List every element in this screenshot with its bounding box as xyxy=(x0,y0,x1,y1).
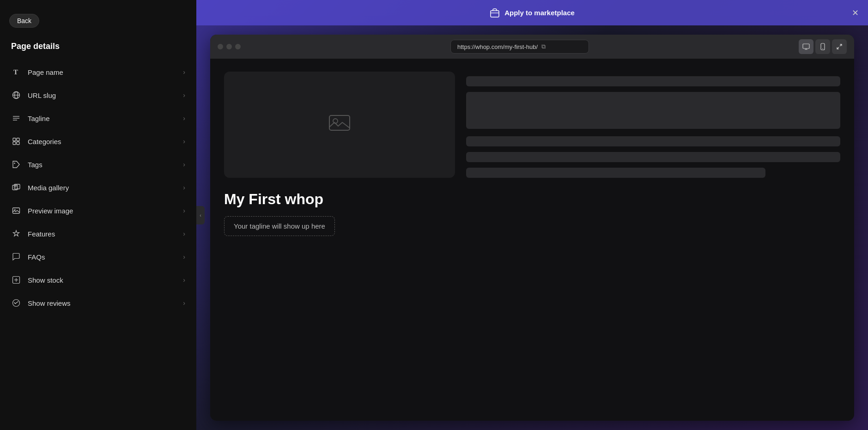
skeleton-bar-2 xyxy=(466,92,840,129)
close-icon: ✕ xyxy=(852,8,859,18)
sidebar-item-label: Show reviews xyxy=(28,299,176,307)
chevron-icon: › xyxy=(183,230,185,237)
sidebar-item-label: URL slug xyxy=(28,91,176,99)
categories-icon xyxy=(11,136,21,146)
features-icon xyxy=(11,229,21,239)
sidebar-item-show-stock[interactable]: Show stock › xyxy=(0,268,196,291)
chevron-icon: › xyxy=(183,68,185,76)
sidebar-item-label: Show stock xyxy=(28,276,176,284)
chevron-icon: › xyxy=(183,253,185,260)
chevron-icon: › xyxy=(183,91,185,99)
chevron-icon: › xyxy=(183,115,185,122)
browser-url: https://whop.com/my-first-hub/ xyxy=(457,43,538,50)
preview-image-icon xyxy=(11,206,21,216)
product-info-section: My First whop Your tagline will show up … xyxy=(224,191,840,236)
media-gallery-icon xyxy=(11,182,21,193)
main-content: Apply to marketplace ✕ https://whop.com/… xyxy=(196,0,868,430)
sidebar-item-page-name[interactable]: T Page name › xyxy=(0,61,196,84)
url-slug-icon xyxy=(11,90,21,100)
show-reviews-icon xyxy=(11,298,21,308)
chevron-icon: › xyxy=(183,207,185,214)
sidebar-item-preview-image[interactable]: Preview image › xyxy=(0,199,196,222)
show-stock-icon xyxy=(11,275,21,285)
browser-dot-green xyxy=(235,44,241,49)
content-row xyxy=(224,72,840,178)
copy-icon[interactable]: ⧉ xyxy=(541,43,546,50)
svg-rect-9 xyxy=(13,142,16,145)
page-details-title: Page details xyxy=(0,37,196,61)
expand-button[interactable] xyxy=(832,39,847,54)
chevron-icon: › xyxy=(183,161,185,168)
sidebar-item-faqs[interactable]: FAQs › xyxy=(0,245,196,268)
svg-point-27 xyxy=(822,48,823,49)
tagline-icon xyxy=(11,113,21,123)
browser-titlebar: https://whop.com/my-first-hub/ ⧉ xyxy=(210,35,854,59)
top-bar: Apply to marketplace ✕ xyxy=(196,0,868,25)
sidebar-item-label: Categories xyxy=(28,138,176,145)
browser-dots xyxy=(218,44,241,49)
sidebar-item-url-slug[interactable]: URL slug › xyxy=(0,84,196,107)
svg-rect-15 xyxy=(13,208,20,213)
skeleton-bar-3 xyxy=(466,136,840,146)
sidebar-item-tags[interactable]: Tags › xyxy=(0,153,196,176)
svg-rect-7 xyxy=(13,138,16,141)
svg-point-11 xyxy=(14,163,15,164)
svg-point-14 xyxy=(15,186,17,188)
back-label: Back xyxy=(17,17,31,24)
close-button[interactable]: ✕ xyxy=(852,8,859,18)
chevron-icon: › xyxy=(183,299,185,307)
sidebar-item-media-gallery[interactable]: Media gallery › xyxy=(0,176,196,199)
sidebar-item-label: FAQs xyxy=(28,253,176,261)
faqs-icon xyxy=(11,252,21,262)
sidebar-item-label: Tagline xyxy=(28,115,176,122)
browser-frame: https://whop.com/my-first-hub/ ⧉ xyxy=(210,35,854,421)
browser-actions xyxy=(799,39,847,54)
mobile-view-button[interactable] xyxy=(815,39,830,54)
tags-icon xyxy=(11,159,21,170)
svg-rect-23 xyxy=(803,44,809,48)
chevron-icon: › xyxy=(183,184,185,191)
tagline-placeholder-box[interactable]: Your tagline will show up here xyxy=(224,216,335,236)
apply-marketplace-button[interactable]: Apply to marketplace xyxy=(490,8,575,18)
browser-content: My First whop Your tagline will show up … xyxy=(210,59,854,421)
sidebar-item-show-reviews[interactable]: Show reviews › xyxy=(0,291,196,315)
sidebar-item-label: Tags xyxy=(28,161,176,169)
product-title: My First whop xyxy=(224,191,840,208)
browser-dot-yellow xyxy=(226,44,232,49)
marketplace-icon xyxy=(490,8,500,18)
svg-rect-10 xyxy=(17,142,19,145)
sidebar-item-label: Preview image xyxy=(28,207,176,215)
sidebar-item-label: Features xyxy=(28,230,176,238)
browser-dot-red xyxy=(218,44,223,49)
tagline-placeholder-text: Your tagline will show up here xyxy=(234,222,325,230)
sidebar-item-label: Media gallery xyxy=(28,184,176,192)
sidebar-item-tagline[interactable]: Tagline › xyxy=(0,107,196,130)
skeleton-bar-4 xyxy=(466,152,840,162)
svg-rect-8 xyxy=(17,138,19,141)
back-button[interactable]: Back xyxy=(9,14,39,28)
sidebar-item-label: Page name xyxy=(28,68,176,76)
browser-address-bar: https://whop.com/my-first-hub/ ⧉ xyxy=(246,40,793,54)
svg-rect-21 xyxy=(491,11,499,17)
chevron-icon: › xyxy=(183,276,185,284)
svg-text:T: T xyxy=(13,68,18,76)
desktop-view-button[interactable] xyxy=(799,39,813,54)
apply-marketplace-label: Apply to marketplace xyxy=(504,9,575,17)
sidebar: Back Page details T Page name › URL slug… xyxy=(0,0,196,430)
sidebar-collapse-button[interactable]: ‹ xyxy=(196,206,205,224)
image-placeholder-icon xyxy=(328,113,351,137)
skeleton-bar-1 xyxy=(466,76,840,86)
chevron-icon: › xyxy=(183,138,185,145)
product-image-placeholder xyxy=(224,72,455,178)
sidebar-item-categories[interactable]: Categories › xyxy=(0,130,196,153)
sidebar-item-features[interactable]: Features › xyxy=(0,222,196,245)
right-skeleton-panel xyxy=(466,72,840,178)
browser-url-box[interactable]: https://whop.com/my-first-hub/ ⧉ xyxy=(450,40,589,54)
page-name-icon: T xyxy=(11,67,21,77)
svg-rect-30 xyxy=(329,115,350,130)
skeleton-bar-5 xyxy=(466,168,765,178)
